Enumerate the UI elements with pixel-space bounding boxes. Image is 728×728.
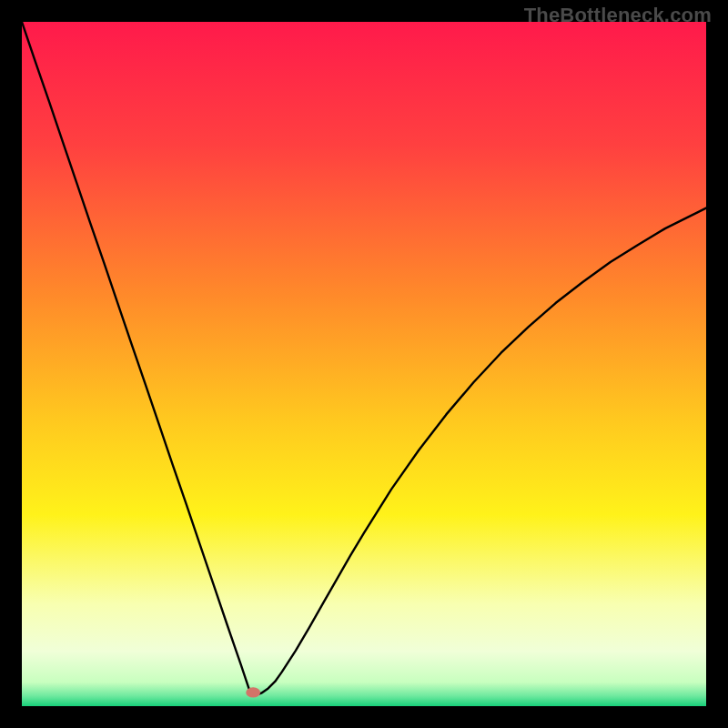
plot-area <box>22 22 706 706</box>
gradient-background <box>22 22 706 706</box>
optimum-marker <box>246 687 260 697</box>
watermark-text: TheBottleneck.com <box>524 4 712 27</box>
chart-container: TheBottleneck.com <box>0 0 728 728</box>
chart-svg <box>22 22 706 706</box>
